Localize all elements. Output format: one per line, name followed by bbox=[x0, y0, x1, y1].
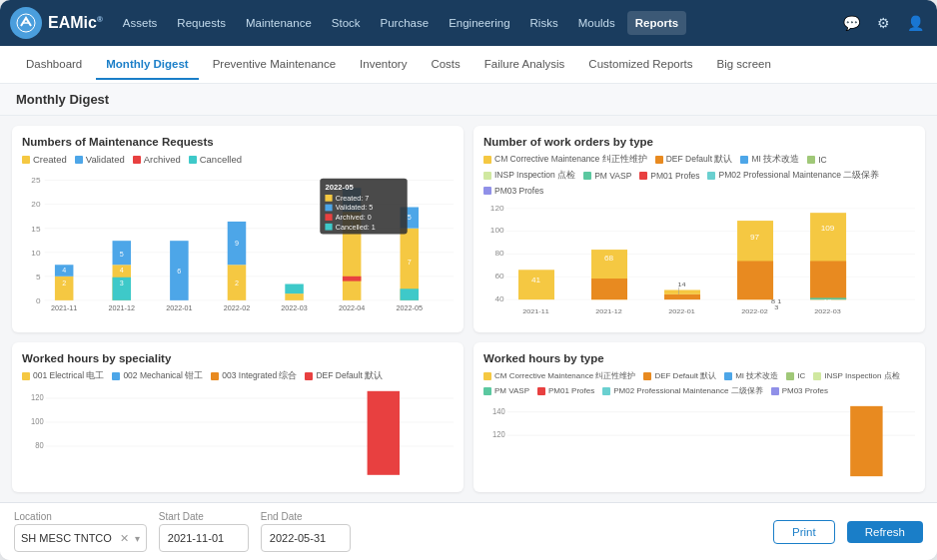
svg-text:5: 5 bbox=[408, 214, 412, 221]
sub-nav-preventive[interactable]: Preventive Maintenance bbox=[203, 50, 346, 80]
chart2-legend: CM Corrective Maintenance 纠正性维护 DEF Defa… bbox=[483, 154, 915, 196]
svg-text:1: 1 bbox=[777, 297, 781, 303]
svg-text:Validated: 5: Validated: 5 bbox=[336, 205, 374, 212]
settings-icon[interactable]: ⚙ bbox=[871, 11, 895, 35]
svg-rect-50 bbox=[325, 195, 332, 202]
nav-requests[interactable]: Requests bbox=[169, 11, 234, 35]
svg-text:2022-05: 2022-05 bbox=[325, 183, 353, 192]
svg-rect-72 bbox=[591, 279, 627, 299]
svg-text:10: 10 bbox=[31, 249, 41, 258]
chart-worked-hours-type: Worked hours by type CM Corrective Maint… bbox=[473, 342, 925, 492]
sub-nav-dashboard[interactable]: Dashboard bbox=[16, 50, 92, 80]
nav-stock[interactable]: Stock bbox=[324, 11, 369, 35]
chart3-area: 120 100 80 bbox=[22, 386, 454, 482]
svg-text:41: 41 bbox=[531, 276, 540, 283]
svg-text:15: 15 bbox=[31, 225, 41, 234]
svg-text:2021-11: 2021-11 bbox=[51, 305, 78, 312]
start-date-input[interactable]: 2021-11-01 bbox=[159, 524, 249, 552]
svg-text:68: 68 bbox=[604, 255, 613, 263]
svg-text:2022-03: 2022-03 bbox=[814, 308, 841, 314]
svg-rect-68 bbox=[518, 270, 554, 299]
chart3-title: Worked hours by speciality bbox=[22, 352, 454, 364]
sub-nav-failure[interactable]: Failure Analysis bbox=[474, 50, 575, 80]
chart1-legend: Created Validated Archived Cancelled bbox=[22, 154, 454, 165]
sub-nav-inventory[interactable]: Inventory bbox=[350, 50, 417, 80]
svg-text:60: 60 bbox=[494, 273, 503, 280]
location-label: Location bbox=[14, 511, 147, 522]
nav-moulds[interactable]: Moulds bbox=[570, 11, 623, 35]
svg-text:20: 20 bbox=[31, 201, 41, 210]
svg-text:2022-02: 2022-02 bbox=[741, 308, 768, 314]
main-content: Numbers of Maintenance Requests Created … bbox=[0, 116, 937, 502]
svg-rect-75 bbox=[664, 294, 700, 299]
nav-purchase[interactable]: Purchase bbox=[373, 11, 438, 35]
svg-text:2: 2 bbox=[235, 280, 239, 287]
sub-nav-costs[interactable]: Costs bbox=[421, 50, 469, 80]
svg-text:25: 25 bbox=[31, 177, 41, 186]
logo-icon bbox=[10, 7, 42, 39]
svg-text:0: 0 bbox=[36, 296, 41, 305]
svg-text:2021-12: 2021-12 bbox=[595, 308, 622, 314]
svg-rect-34 bbox=[285, 284, 304, 294]
svg-text:5: 5 bbox=[36, 273, 41, 281]
chart-work-orders: Number of work orders by type CM Correct… bbox=[473, 126, 925, 332]
svg-text:7: 7 bbox=[408, 259, 412, 266]
nav-reports[interactable]: Reports bbox=[627, 11, 686, 35]
refresh-button[interactable]: Refresh bbox=[847, 521, 923, 543]
svg-text:120: 120 bbox=[490, 204, 504, 212]
legend-created: Created bbox=[22, 154, 67, 165]
svg-rect-99 bbox=[368, 391, 400, 475]
chart-worked-hours-speciality: Worked hours by speciality 001 Electrica… bbox=[12, 342, 464, 492]
svg-text:40: 40 bbox=[494, 294, 503, 302]
svg-rect-38 bbox=[343, 277, 362, 281]
sub-nav-bigscreen[interactable]: Big screen bbox=[707, 50, 781, 80]
nav-engineering[interactable]: Engineering bbox=[441, 11, 517, 35]
end-date-field: End Date 2022-05-31 bbox=[261, 511, 351, 552]
svg-rect-44 bbox=[401, 288, 420, 300]
svg-text:6: 6 bbox=[177, 268, 181, 275]
svg-rect-33 bbox=[285, 293, 304, 300]
chat-icon[interactable]: 💬 bbox=[839, 11, 863, 35]
chart4-title: Worked hours by type bbox=[483, 352, 915, 364]
chart-maintenance-requests: Numbers of Maintenance Requests Created … bbox=[12, 126, 464, 332]
start-date-label: Start Date bbox=[159, 511, 249, 522]
svg-rect-52 bbox=[325, 205, 332, 212]
chart1-title: Numbers of Maintenance Requests bbox=[22, 136, 454, 148]
location-dropdown-icon[interactable]: ▾ bbox=[135, 533, 140, 544]
print-button[interactable]: Print bbox=[773, 520, 835, 544]
nav-icons: 💬 ⚙ 👤 bbox=[839, 11, 927, 35]
svg-text:Cancelled: 1: Cancelled: 1 bbox=[336, 224, 376, 231]
location-input[interactable]: SH MESC TNTCO ✕ ▾ bbox=[14, 524, 147, 552]
svg-rect-56 bbox=[325, 224, 332, 231]
svg-text:3: 3 bbox=[120, 280, 124, 287]
sub-nav-customized[interactable]: Customized Reports bbox=[578, 50, 702, 80]
location-clear-icon[interactable]: ✕ bbox=[120, 532, 129, 545]
page-title: Monthly Digest bbox=[16, 92, 921, 107]
svg-text:2022-05: 2022-05 bbox=[397, 305, 424, 312]
svg-rect-78 bbox=[678, 287, 679, 294]
svg-text:10: 10 bbox=[824, 297, 832, 303]
end-date-input[interactable]: 2022-05-31 bbox=[261, 524, 351, 552]
legend-archived: Archived bbox=[133, 154, 181, 165]
svg-text:120: 120 bbox=[492, 430, 505, 439]
svg-text:2022-01: 2022-01 bbox=[166, 305, 193, 312]
svg-text:140: 140 bbox=[492, 407, 505, 416]
svg-text:2021-11: 2021-11 bbox=[522, 308, 549, 314]
svg-text:2022-03: 2022-03 bbox=[281, 305, 308, 312]
start-date-field: Start Date 2021-11-01 bbox=[159, 511, 249, 552]
svg-text:3: 3 bbox=[774, 303, 778, 309]
svg-text:9: 9 bbox=[235, 240, 239, 247]
svg-text:100: 100 bbox=[490, 227, 504, 235]
user-icon[interactable]: 👤 bbox=[903, 11, 927, 35]
svg-text:Created: 7: Created: 7 bbox=[336, 195, 370, 202]
nav-assets[interactable]: Assets bbox=[115, 11, 166, 35]
charts-top-row: Numbers of Maintenance Requests Created … bbox=[12, 126, 925, 332]
chart2-title: Number of work orders by type bbox=[483, 136, 915, 148]
chart4-legend: CM Corrective Maintenance 纠正性维护 DEF Defa… bbox=[483, 370, 915, 396]
top-nav: EAMic® Assets Requests Maintenance Stock… bbox=[0, 0, 937, 46]
sub-nav-monthly-digest[interactable]: Monthly Digest bbox=[96, 50, 198, 80]
nav-maintenance[interactable]: Maintenance bbox=[238, 11, 320, 35]
nav-risks[interactable]: Risks bbox=[522, 11, 566, 35]
svg-rect-85 bbox=[810, 262, 846, 300]
svg-rect-76 bbox=[664, 289, 700, 293]
